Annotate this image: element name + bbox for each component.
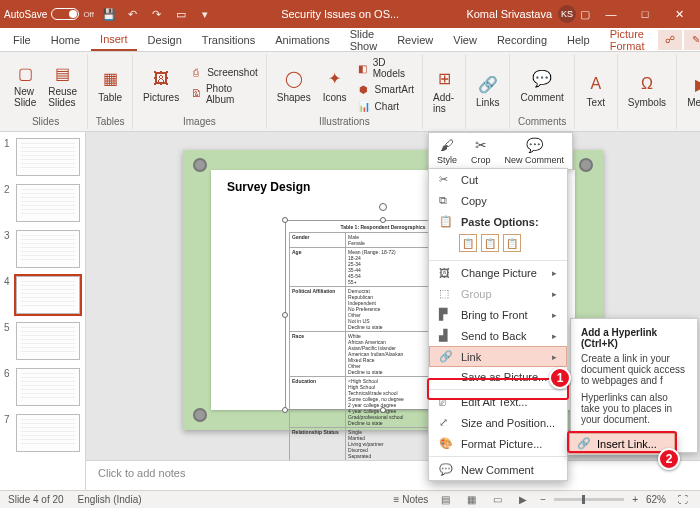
resize-handle[interactable] <box>282 312 288 318</box>
cube-icon: ◧ <box>357 61 369 75</box>
tab-recording[interactable]: Recording <box>488 30 556 50</box>
rotate-handle[interactable] <box>379 203 387 211</box>
save-icon[interactable]: 💾 <box>100 5 118 23</box>
language-status[interactable]: English (India) <box>78 494 142 505</box>
tab-animations[interactable]: Animations <box>266 30 338 50</box>
ctx-edit-alt-text[interactable]: ⎚Edit Alt Text... <box>429 392 567 412</box>
chart-button[interactable]: 📊Chart <box>355 98 416 114</box>
crop-button[interactable]: ✂Crop <box>465 135 497 167</box>
icons-button[interactable]: ✦Icons <box>319 66 351 105</box>
thumb-7[interactable]: 7 <box>4 414 81 452</box>
paste-option-2[interactable]: 📋 <box>481 234 499 252</box>
zoom-slider[interactable] <box>554 498 624 501</box>
sorter-view-icon[interactable]: ▦ <box>462 493 480 507</box>
thumb-6[interactable]: 6 <box>4 368 81 406</box>
slide-thumbnails[interactable]: 1 2 3 4 5 6 7 <box>0 132 86 490</box>
thumb-1[interactable]: 1 <box>4 138 81 176</box>
group-tables: ▦Table Tables <box>88 54 133 129</box>
zoom-in-button[interactable]: + <box>632 494 638 505</box>
tab-review[interactable]: Review <box>388 30 442 50</box>
media-button[interactable]: ▶Media <box>683 71 700 110</box>
user-account[interactable]: Komal Srivastava KS <box>466 5 576 23</box>
slide-counter[interactable]: Slide 4 of 20 <box>8 494 64 505</box>
table-button[interactable]: ▦Table <box>94 66 126 105</box>
paste-option-1[interactable]: 📋 <box>459 234 477 252</box>
shapes-button[interactable]: ◯Shapes <box>273 66 315 105</box>
ctx-size-position[interactable]: ⤢Size and Position... <box>429 412 567 433</box>
thumb-3[interactable]: 3 <box>4 230 81 268</box>
comments-button[interactable]: ✎ <box>684 30 700 50</box>
3d-models-button[interactable]: ◧3D Models <box>355 56 416 80</box>
ctx-save-as-picture[interactable]: Save as Picture... <box>429 367 567 387</box>
addins-button[interactable]: ⊞Add-ins <box>429 66 459 116</box>
text-button[interactable]: AText <box>581 71 611 110</box>
symbols-button[interactable]: ΩSymbols <box>624 71 670 110</box>
reading-view-icon[interactable]: ▭ <box>488 493 506 507</box>
comment-button[interactable]: 💬Comment <box>516 66 567 105</box>
thumb-4[interactable]: 4 <box>4 276 81 314</box>
share-button[interactable]: ☍ <box>658 30 682 50</box>
tab-insert[interactable]: Insert <box>91 29 137 51</box>
tab-design[interactable]: Design <box>139 30 191 50</box>
tab-slideshow[interactable]: Slide Show <box>341 24 387 56</box>
chevron-right-icon: ▸ <box>552 331 557 341</box>
tab-picture-format[interactable]: Picture Format <box>601 24 654 56</box>
format-icon: 🎨 <box>439 437 453 450</box>
ctx-new-comment[interactable]: 💬New Comment <box>429 459 567 480</box>
tab-help[interactable]: Help <box>558 30 599 50</box>
resize-handle[interactable] <box>380 217 386 223</box>
resize-handle[interactable] <box>282 217 288 223</box>
ctx-format-picture[interactable]: 🎨Format Picture... <box>429 433 567 454</box>
paste-icon: 📋 <box>439 215 453 228</box>
table-icon: ▦ <box>99 68 121 90</box>
switch-icon <box>51 8 79 20</box>
screenshot-button[interactable]: ⎙Screenshot <box>187 65 260 81</box>
link-icon: 🔗 <box>439 350 453 363</box>
autosave-toggle[interactable]: AutoSave Off <box>4 8 94 20</box>
resize-handle[interactable] <box>282 407 288 413</box>
thumb-2[interactable]: 2 <box>4 184 81 222</box>
resize-handle[interactable] <box>380 407 386 413</box>
ctx-cut[interactable]: ✂Cut <box>429 169 567 190</box>
reuse-slides-button[interactable]: ▤Reuse Slides <box>44 60 81 110</box>
new-comment-button[interactable]: 💬New Comment <box>499 135 571 167</box>
tab-transitions[interactable]: Transitions <box>193 30 264 50</box>
photo-album-button[interactable]: 🖻Photo Album <box>187 82 260 106</box>
ctx-link[interactable]: 🔗Link▸ <box>429 346 567 367</box>
paste-option-3[interactable]: 📋 <box>503 234 521 252</box>
pictures-button[interactable]: 🖼Pictures <box>139 66 183 105</box>
ribbon-options-icon[interactable]: ▢ <box>576 5 594 23</box>
undo-icon[interactable]: ↶ <box>124 5 142 23</box>
style-button[interactable]: 🖌Style <box>431 135 463 167</box>
comment-label: Comment <box>520 92 563 103</box>
tab-home[interactable]: Home <box>42 30 89 50</box>
close-button[interactable]: ✕ <box>662 0 696 28</box>
notes-pane[interactable]: Click to add notes <box>86 460 700 490</box>
zoom-out-button[interactable]: − <box>540 494 546 505</box>
ctx-change-picture[interactable]: 🖼Change Picture▸ <box>429 263 567 283</box>
link-icon: 🔗 <box>477 73 499 95</box>
notes-toggle[interactable]: ≡ Notes <box>394 494 429 505</box>
ctx-send-back[interactable]: ▟Send to Back▸ <box>429 325 567 346</box>
smartart-button[interactable]: ⬢SmartArt <box>355 81 416 97</box>
insert-link-item[interactable]: 🔗Insert Link... <box>569 433 675 454</box>
tab-view[interactable]: View <box>444 30 486 50</box>
pushpin-icon <box>193 408 207 422</box>
links-button[interactable]: 🔗Links <box>472 71 503 110</box>
paste-options: 📋 📋 📋 <box>429 232 567 258</box>
tab-file[interactable]: File <box>4 30 40 50</box>
icons-icon: ✦ <box>324 68 346 90</box>
new-slide-button[interactable]: ▢New Slide <box>10 60 40 110</box>
pictures-label: Pictures <box>143 92 179 103</box>
zoom-level[interactable]: 62% <box>646 494 666 505</box>
slideshow-view-icon[interactable]: ▶ <box>514 493 532 507</box>
ctx-copy[interactable]: ⧉Copy <box>429 190 567 211</box>
qat-dropdown-icon[interactable]: ▾ <box>196 5 214 23</box>
redo-icon[interactable]: ↷ <box>148 5 166 23</box>
thumb-5[interactable]: 5 <box>4 322 81 360</box>
smartart-icon: ⬢ <box>357 82 371 96</box>
normal-view-icon[interactable]: ▤ <box>436 493 454 507</box>
fit-to-window-icon[interactable]: ⛶ <box>674 493 692 507</box>
start-from-beginning-icon[interactable]: ▭ <box>172 5 190 23</box>
ctx-bring-front[interactable]: ▛Bring to Front▸ <box>429 304 567 325</box>
